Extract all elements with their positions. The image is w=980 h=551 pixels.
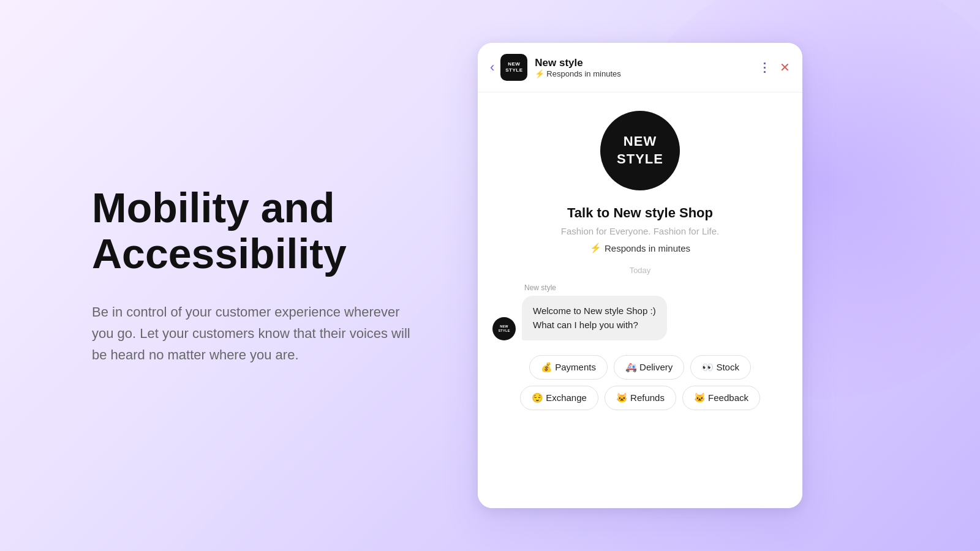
message-avatar: NEW STYLE bbox=[492, 317, 516, 340]
header-actions: ⋮ ✕ bbox=[758, 60, 790, 75]
quick-reply-refunds[interactable]: 🐱 Refunds bbox=[605, 386, 676, 410]
brand-lightning-icon: ⚡ bbox=[590, 242, 601, 253]
brand-logo-text: NEW STYLE bbox=[617, 133, 663, 168]
message-area: New style NEW STYLE Welcome to New style… bbox=[492, 283, 788, 350]
chat-header: ‹ NEW STYLE New style ⚡ Responds in minu… bbox=[478, 43, 802, 92]
message-avatar-text: NEW STYLE bbox=[498, 324, 510, 332]
sub-text: Be in control of your customer experienc… bbox=[92, 301, 410, 366]
brand-responds: ⚡ Responds in minutes bbox=[590, 242, 690, 253]
header-avatar: NEW STYLE bbox=[500, 54, 527, 81]
message-row: NEW STYLE Welcome to New style Shop :)Wh… bbox=[492, 296, 788, 340]
header-brand-name: New style bbox=[535, 57, 758, 69]
chat-widget: ‹ NEW STYLE New style ⚡ Responds in minu… bbox=[478, 43, 802, 508]
date-divider: Today bbox=[630, 266, 651, 275]
header-info: New style ⚡ Responds in minutes bbox=[535, 57, 758, 78]
message-sender-name: New style bbox=[492, 283, 788, 292]
quick-reply-exchange[interactable]: 😌 Exchange bbox=[520, 386, 598, 410]
quick-reply-delivery[interactable]: 🚑 Delivery bbox=[614, 355, 684, 380]
message-bubble: Welcome to New style Shop :)What can I h… bbox=[522, 296, 667, 340]
left-content-area: Mobility and Accessibility Be in control… bbox=[0, 136, 478, 414]
quick-reply-stock[interactable]: 👀 Stock bbox=[690, 355, 751, 380]
more-options-button[interactable]: ⋮ bbox=[758, 60, 771, 75]
quick-reply-feedback[interactable]: 🐱 Feedback bbox=[682, 386, 760, 410]
quick-reply-row-1: 💰 Payments 🚑 Delivery 👀 Stock bbox=[492, 355, 788, 380]
quick-replies: 💰 Payments 🚑 Delivery 👀 Stock 😌 Exchange… bbox=[492, 355, 788, 416]
header-avatar-text: NEW STYLE bbox=[505, 61, 522, 73]
quick-reply-payments[interactable]: 💰 Payments bbox=[529, 355, 608, 380]
brand-tagline: Fashion for Everyone. Fashion for Life. bbox=[561, 226, 719, 236]
brand-responds-text: Responds in minutes bbox=[605, 243, 690, 253]
close-button[interactable]: ✕ bbox=[780, 60, 790, 75]
lightning-icon: ⚡ bbox=[535, 69, 545, 78]
main-heading: Mobility and Accessibility bbox=[92, 185, 429, 277]
quick-reply-row-2: 😌 Exchange 🐱 Refunds 🐱 Feedback bbox=[492, 386, 788, 410]
brand-title: Talk to New style Shop bbox=[567, 205, 713, 221]
brand-logo: NEW STYLE bbox=[600, 111, 680, 190]
header-status-text: Responds in minutes bbox=[546, 69, 620, 78]
header-status: ⚡ Responds in minutes bbox=[535, 69, 758, 78]
back-button[interactable]: ‹ bbox=[490, 57, 500, 78]
chat-body: NEW STYLE Talk to New style Shop Fashion… bbox=[478, 92, 802, 508]
